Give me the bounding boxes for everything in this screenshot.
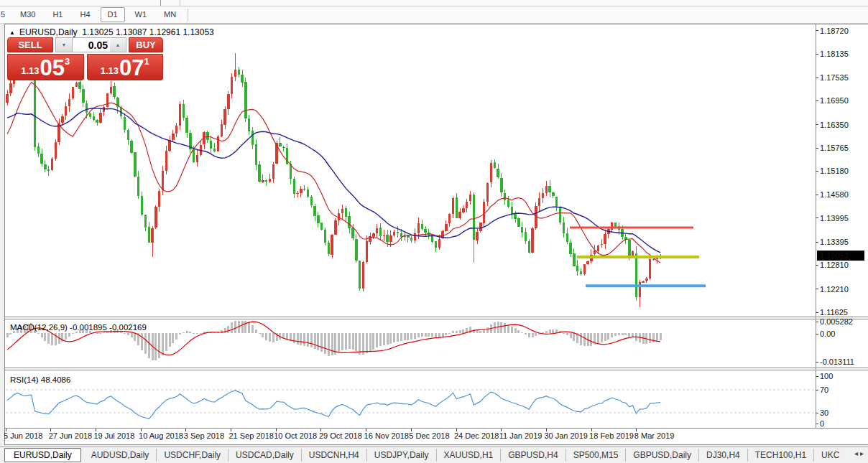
volume-decrease-button[interactable]: ▼ xyxy=(55,37,73,52)
date-axis-label: 27 Jun 2018 xyxy=(49,431,93,440)
tab-dj30-h4[interactable]: DJ30,H4 xyxy=(699,449,748,462)
tab-gbpusd-daily[interactable]: GBPUSD,Daily xyxy=(626,449,699,462)
candle-body xyxy=(462,208,464,212)
candle-body xyxy=(185,118,188,133)
candle-body xyxy=(341,209,343,213)
date-axis-label: 8 Mar 2019 xyxy=(634,431,675,440)
chart-canvas[interactable]: 1.187201.181351.175351.169501.163501.157… xyxy=(4,24,868,445)
macd-bar xyxy=(131,333,133,337)
candle-body xyxy=(183,104,185,118)
timeframe-button-mn[interactable]: MN xyxy=(157,7,183,22)
candle-body xyxy=(99,113,101,123)
candle-body xyxy=(154,207,157,228)
buy-price-panel[interactable]: 1.13 07 1 xyxy=(87,54,164,80)
chart-title-bar: ▲EURUSD,Daily 1.13025 1.13087 1.12961 1.… xyxy=(9,27,214,37)
macd-bar xyxy=(72,333,74,334)
macd-bar xyxy=(622,333,624,335)
sell-price-small: 1.13 xyxy=(21,65,39,76)
tab-audusd-daily[interactable]: AUDUSD,Daily xyxy=(84,449,157,462)
macd-bar xyxy=(338,333,340,352)
candle-body xyxy=(448,214,451,223)
macd-bar xyxy=(393,333,395,342)
candle-body xyxy=(500,178,502,193)
macd-bar xyxy=(431,333,433,337)
tab-ukc[interactable]: UKC xyxy=(814,449,843,462)
macd-bar xyxy=(9,333,11,335)
volume-increase-button[interactable]: ▲ xyxy=(110,37,126,52)
macd-bar xyxy=(324,333,326,354)
candle-body xyxy=(75,83,78,87)
upper-toolbar-strip xyxy=(0,0,868,6)
candle-body xyxy=(255,144,257,165)
tab-usdjpy-daily[interactable]: USDJPY,Daily xyxy=(367,449,437,462)
date-axis-label: 24 Dec 2018 xyxy=(454,431,499,440)
buy-button[interactable]: BUY xyxy=(129,37,163,52)
candle-body xyxy=(338,213,340,220)
candle-body xyxy=(279,143,281,146)
date-axis-label: 10 Oct 2018 xyxy=(274,431,317,440)
timeframe-button-5[interactable]: 5 xyxy=(0,7,10,22)
tab-usdchf-daily[interactable]: USDCHF,Daily xyxy=(157,449,228,462)
candle-body xyxy=(473,195,475,240)
macd-bar xyxy=(37,333,40,334)
macd-bar xyxy=(545,331,548,333)
macd-bar xyxy=(601,333,603,342)
tab-usdcnh-h4[interactable]: USDCNH,H4 xyxy=(302,449,367,462)
macd-bar xyxy=(656,333,658,341)
tab-sp500-m15[interactable]: SP500,M15 xyxy=(566,449,627,462)
macd-bar xyxy=(158,333,160,358)
macd-bar xyxy=(200,333,202,334)
macd-bar xyxy=(628,333,630,337)
macd-bar xyxy=(535,333,537,336)
sell-button[interactable]: SELL xyxy=(7,37,53,52)
candle-body xyxy=(265,180,267,182)
macd-bar xyxy=(172,333,174,343)
candle-body xyxy=(168,140,170,150)
chart-expander-icon[interactable]: ▲ xyxy=(9,29,15,36)
tab-scroll-left-icon[interactable]: ◂ xyxy=(854,449,860,457)
tab-usdcad-daily[interactable]: USDCAD,Daily xyxy=(228,449,302,462)
macd-bar xyxy=(514,328,517,333)
macd-bar xyxy=(632,333,634,337)
candle-body xyxy=(44,164,46,169)
macd-bar xyxy=(372,333,374,350)
candle-body xyxy=(456,197,458,218)
candle-body xyxy=(137,177,139,196)
timeframe-button-h4[interactable]: H4 xyxy=(73,7,97,22)
candle-body xyxy=(221,124,223,136)
tab-xauusd-h1[interactable]: XAUUSD,H1 xyxy=(437,449,502,462)
macd-bar xyxy=(483,329,485,333)
tab-gbpusd-h4[interactable]: GBPUSD,H4 xyxy=(501,449,565,462)
macd-axis-label: -0.013111 xyxy=(820,357,854,366)
rsi-line xyxy=(7,390,660,418)
chevron-up-icon: ▲ xyxy=(116,42,121,47)
macd-axis-label: 0.005282 xyxy=(820,317,853,326)
tab-eurusd-daily[interactable]: EURUSD,Daily xyxy=(4,448,81,462)
tab-scroll-right-icon[interactable]: ▸ xyxy=(860,449,866,457)
sell-price-panel[interactable]: 1.13 05 3 xyxy=(7,54,84,80)
macd-bar xyxy=(445,333,447,335)
macd-bar xyxy=(47,333,50,344)
macd-bar xyxy=(604,333,606,341)
candle-body xyxy=(82,89,84,103)
macd-bar xyxy=(300,333,302,345)
timeframe-button-w1[interactable]: W1 xyxy=(128,7,154,22)
candle-body xyxy=(238,70,240,75)
price-axis-label: 1.17535 xyxy=(820,73,849,82)
price-axis-label: 1.18135 xyxy=(820,50,849,58)
price-axis: 1.187201.181351.175351.169501.163501.157… xyxy=(816,27,864,317)
timeframe-button-h1[interactable]: H1 xyxy=(45,7,70,22)
candle-body xyxy=(555,197,558,207)
candle-body xyxy=(476,232,478,240)
candle-body xyxy=(175,126,177,134)
candle-body xyxy=(507,200,509,207)
candle-body xyxy=(389,235,392,242)
volume-input[interactable] xyxy=(73,37,110,52)
candle-body xyxy=(193,149,195,162)
candle-body xyxy=(511,207,513,214)
candle-body xyxy=(494,162,496,168)
timeframe-button-d1[interactable]: D1 xyxy=(101,7,125,22)
candle-body xyxy=(210,141,212,149)
tab-tech100-h1[interactable]: TECH100,H1 xyxy=(748,449,814,462)
timeframe-button-m30[interactable]: M30 xyxy=(13,7,42,22)
